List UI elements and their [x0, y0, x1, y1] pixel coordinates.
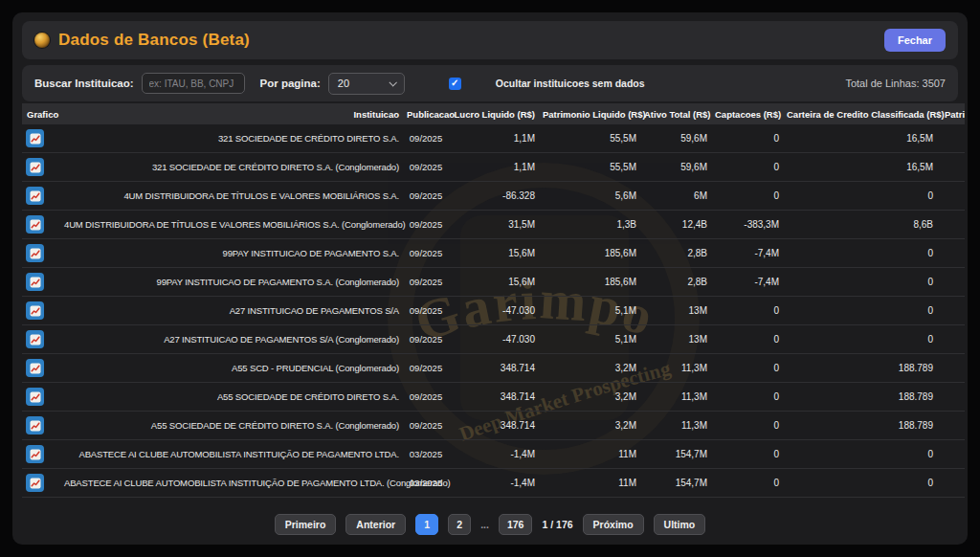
chart-button[interactable]	[26, 330, 44, 348]
clipped-cell	[941, 182, 965, 211]
pagination-last-button[interactable]: Ultimo	[654, 514, 706, 535]
chart-button[interactable]	[26, 273, 44, 291]
pagination-page-2-button[interactable]: 2	[448, 514, 471, 535]
institution-name: A27 INSTITUICAO DE PAGAMENTOS S/A	[64, 297, 407, 325]
pagination-bar: Primeiro Anterior 1 2 ... 176 1 / 176 Pr…	[12, 514, 968, 535]
table-row: 99PAY INSTITUICAO DE PAGAMENTO S.A. (Con…	[22, 268, 965, 297]
carteira-value: 0	[787, 297, 941, 325]
lucro-liquido-value: 15,6M	[445, 268, 543, 297]
clipped-cell	[941, 153, 965, 182]
clipped-cell	[941, 412, 965, 440]
pagination-indicator: 1 / 176	[542, 519, 572, 530]
pagination-prev-button[interactable]: Anterior	[345, 514, 406, 535]
publication-date: 03/2025	[407, 440, 445, 469]
line-chart-icon	[30, 219, 41, 231]
table-row: A55 SOCIEDADE DE CRÉDITO DIRETO S.A. (Co…	[22, 412, 965, 440]
publication-date: 09/2025	[407, 412, 445, 440]
captacoes-value: -7,4M	[715, 239, 787, 268]
lucro-liquido-value: 31,5M	[445, 211, 543, 239]
line-chart-icon	[30, 478, 41, 489]
table-row: ABC-BRASIL (Conglomerado) 09/2025 263M 6…	[22, 498, 965, 502]
chart-button[interactable]	[26, 416, 44, 434]
chart-button[interactable]	[26, 359, 44, 377]
ativo-total-value: 59,6M	[644, 153, 715, 182]
publication-date: 09/2025	[407, 239, 445, 268]
lucro-liquido-value: -1,4M	[445, 440, 543, 469]
patrimonio-liquido-value: 11M	[543, 469, 644, 498]
clipped-cell	[941, 124, 965, 153]
pagination-page-1-button[interactable]: 1	[415, 514, 438, 535]
lucro-liquido-value: 263M	[445, 498, 543, 502]
institution-name: 4UM DISTRIBUIDORA DE TÍTULOS E VALORES M…	[64, 211, 407, 239]
captacoes-value: -1,4B	[715, 498, 787, 502]
carteira-value: 0	[787, 469, 941, 498]
table-row: A27 INSTITUICAO DE PAGAMENTOS S/A 09/202…	[22, 297, 965, 325]
table-header-row: Grafico Instituicao Publicacao Lucro Liq…	[22, 103, 965, 124]
publication-date: 09/2025	[407, 268, 445, 297]
clipped-cell	[941, 297, 965, 325]
col-header-instituicao: Instituicao	[64, 103, 407, 124]
publication-date: 09/2025	[407, 182, 445, 211]
hide-empty-checkbox[interactable]: ✓	[449, 78, 461, 90]
captacoes-value: 0	[715, 297, 787, 325]
close-button[interactable]: Fechar	[884, 29, 946, 52]
institution-name: A55 SOCIEDADE DE CRÉDITO DIRETO S.A. (Co…	[64, 412, 407, 440]
table-body: 321 SOCIEDADE DE CRÉDITO DIRETO S.A. 09/…	[22, 124, 965, 501]
institution-name: A27 INSTITUICAO DE PAGAMENTOS S/A (Congl…	[64, 325, 407, 354]
captacoes-value: 0	[715, 325, 787, 354]
patrimonio-liquido-value: 3,2M	[543, 412, 644, 440]
lucro-liquido-value: -1,4M	[445, 469, 543, 498]
chart-button[interactable]	[26, 388, 44, 406]
ativo-total-value: 59,6M	[644, 124, 715, 153]
publication-date: 09/2025	[407, 325, 445, 354]
pagination-last-page-button[interactable]: 176	[499, 514, 533, 535]
search-input[interactable]	[142, 73, 245, 94]
chart-button[interactable]	[26, 187, 44, 205]
pagination-ellipsis: ...	[480, 519, 489, 530]
hide-empty-label: Ocultar instituicoes sem dados	[496, 78, 645, 89]
chart-button[interactable]	[26, 244, 44, 262]
chart-button[interactable]	[26, 474, 44, 492]
ativo-total-value: 11,3M	[644, 383, 715, 412]
col-header-clipped: Patrim	[941, 103, 965, 124]
clipped-cell	[941, 239, 965, 268]
carteira-value: 188.789	[787, 412, 941, 440]
captacoes-value: 0	[715, 182, 787, 211]
carteira-value: 8,6B	[787, 211, 941, 239]
patrimonio-liquido-value: 1,3B	[543, 211, 644, 239]
line-chart-icon	[30, 248, 41, 259]
chart-button[interactable]	[26, 215, 44, 234]
lucro-liquido-value: -86.328	[445, 182, 543, 211]
per-page-select[interactable]: 20	[328, 73, 405, 95]
table-row: ABASTECE AI CLUBE AUTOMOBILISTA INSTITUI…	[22, 440, 965, 469]
line-chart-icon	[30, 334, 41, 345]
carteira-value: 0	[787, 325, 941, 354]
table-row: 99PAY INSTITUICAO DE PAGAMENTO S.A. 09/2…	[22, 239, 965, 268]
chart-button[interactable]	[26, 301, 44, 320]
ativo-total-value: 154,7M	[644, 469, 715, 498]
patrimonio-liquido-value: 185,6M	[543, 268, 644, 297]
patrimonio-liquido-value: 55,5M	[543, 153, 644, 182]
chart-button[interactable]	[26, 158, 44, 176]
clipped-cell	[941, 383, 965, 412]
chart-button[interactable]	[26, 445, 44, 463]
pagination-first-button[interactable]: Primeiro	[275, 514, 337, 535]
clipped-cell	[941, 354, 965, 383]
col-header-ativo-total: Ativo Total (R$)	[644, 103, 715, 124]
publication-date: 09/2025	[407, 297, 445, 325]
table-row: 4UM DISTRIBUIDORA DE TÍTULOS E VALORES M…	[22, 211, 965, 239]
chart-button[interactable]	[26, 129, 44, 147]
col-header-lucro-liquido: Lucro Liquido (R$)	[445, 103, 543, 124]
institution-name: 99PAY INSTITUICAO DE PAGAMENTO S.A. (Con…	[64, 268, 407, 297]
publication-date: 09/2025	[407, 211, 445, 239]
per-page-label: Por pagina:	[260, 78, 321, 89]
clipped-cell	[941, 211, 965, 239]
ativo-total-value: 154,7M	[644, 440, 715, 469]
ativo-total-value: 2,8B	[644, 268, 715, 297]
clipped-cell	[941, 325, 965, 354]
ativo-total-value: 6M	[644, 182, 715, 211]
table-row: A55 SCD - PRUDENCIAL (Conglomerado) 09/2…	[22, 354, 965, 383]
lucro-liquido-value: 1,1M	[445, 124, 543, 153]
garimpo-logo-icon	[34, 33, 50, 48]
pagination-next-button[interactable]: Próximo	[583, 514, 644, 535]
